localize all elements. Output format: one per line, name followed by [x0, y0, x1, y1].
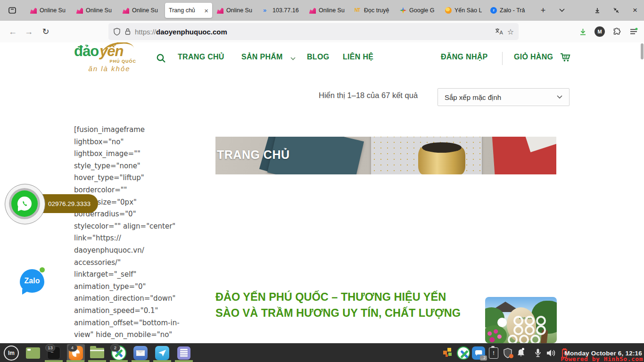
browser-toolbar: ← → ↻ https:// daoyenphuquoc.com A ☆ M — [0, 21, 644, 43]
tab-doc-truyen[interactable]: NT Đọc truyệ — [351, 3, 396, 18]
close-window-icon[interactable]: × — [628, 4, 642, 17]
zalo-button[interactable]: Zalo — [20, 269, 44, 293]
chat-badge: ..2 — [480, 355, 487, 361]
header-divider — [502, 52, 503, 65]
tab-title: Online Su — [86, 7, 112, 14]
url-scheme: https:// — [135, 28, 156, 36]
nav-lien-he[interactable]: LIÊN HỆ — [343, 53, 373, 61]
tab-close-icon[interactable]: × — [204, 7, 208, 14]
sort-selected-value: Sắp xếp mặc định — [445, 93, 501, 101]
running-indicator — [110, 360, 128, 362]
scrollbar-thumb[interactable] — [641, 43, 644, 59]
translate-icon[interactable]: A — [495, 28, 504, 35]
tab-trang-chu-active[interactable]: Trang chủ × — [165, 3, 212, 18]
new-tab-button[interactable]: + — [537, 4, 550, 17]
chart-favicon — [217, 7, 223, 14]
extensions-puzzle-icon[interactable] — [610, 25, 623, 38]
tab-title: Trang chủ — [169, 7, 195, 14]
url-domain: daoyenphuquoc.com — [156, 28, 227, 36]
photo-flowers — [485, 325, 507, 343]
restore-window-icon[interactable] — [609, 4, 623, 17]
profile-initial: M — [594, 26, 605, 37]
back-icon[interactable]: ← — [7, 26, 19, 37]
sort-select[interactable]: Sắp xếp mặc định — [438, 88, 570, 106]
page-heading: ĐẢO YẾN PHÚ QUỐC – THƯƠNG HIỆU YẾN SÀO V… — [215, 289, 472, 321]
sync-badge: 2 — [110, 344, 120, 352]
nav-trang-chu[interactable]: TRANG CHỦ — [178, 53, 224, 61]
mint-menu-button[interactable]: lm — [4, 346, 19, 361]
banner-title: TRANG CHỦ — [217, 148, 290, 162]
call-button-inner — [11, 190, 38, 217]
tab-title: Online Su — [40, 7, 66, 14]
tab-list-dropdown-icon[interactable] — [555, 4, 569, 17]
nav-blog[interactable]: BLOG — [307, 53, 329, 61]
show-desktop-button[interactable] — [25, 346, 41, 361]
cart-icon[interactable] — [560, 53, 571, 62]
store-photo[interactable]: ĐẢO YẾN — [485, 297, 557, 343]
shield-icon — [113, 28, 121, 36]
shortcode-text: [fusion_imageframe lightbox="no" lightbo… — [74, 124, 204, 341]
zalo-favicon: Z — [490, 7, 497, 14]
search-icon[interactable] — [156, 53, 166, 64]
login-link[interactable]: ĐĂNG NHẬP — [441, 53, 488, 61]
svg-text:A: A — [499, 30, 503, 35]
microphone-icon[interactable] — [531, 346, 545, 361]
downloads-icon[interactable] — [576, 25, 589, 38]
tab-ip-address[interactable]: » 103.77.16 — [259, 3, 305, 18]
minimize-icon[interactable] — [590, 4, 604, 17]
chat-tray-icon[interactable]: ..2 — [471, 346, 486, 361]
tab-title: 103.77.16 — [272, 7, 299, 14]
tab-yen-sao[interactable]: Yến Sào L — [441, 3, 487, 18]
nav-san-pham[interactable]: SẢN PHẨM — [241, 53, 283, 61]
tab-google-gemini[interactable]: Google G — [396, 3, 441, 18]
forward-icon[interactable]: → — [23, 26, 35, 37]
banner-cylinder-cap — [422, 142, 462, 153]
update-shield-icon[interactable] — [501, 346, 515, 361]
sync-tray-icon[interactable] — [456, 346, 471, 361]
tab-zalo[interactable]: Z Zalo - Trả — [487, 3, 532, 18]
chart-favicon — [123, 7, 129, 14]
nt-favicon: NT — [355, 7, 361, 14]
volume-icon[interactable] — [544, 346, 558, 361]
address-bar[interactable]: https:// daoyenphuquoc.com A ☆ — [108, 23, 519, 40]
tab-title: Yến Sào L — [454, 7, 482, 14]
taskbar-notes-icon[interactable] — [176, 346, 191, 361]
logo-word-dao: đảo — [74, 43, 99, 59]
running-indicator — [45, 360, 63, 362]
cart-link[interactable]: GIỎ HÀNG — [514, 53, 553, 61]
tab-title: Online Su — [319, 7, 345, 14]
running-indicator — [175, 360, 193, 362]
clipboard-tray-icon[interactable]: ! — [487, 346, 501, 361]
taskbar-telegram-icon[interactable] — [155, 346, 170, 361]
chart-favicon — [76, 7, 83, 14]
reload-icon[interactable]: ↻ — [40, 26, 52, 37]
desktop: Online Su Online Su Online Su Trang chủ … — [0, 0, 644, 362]
page-banner: TRANG CHỦ — [215, 137, 556, 174]
tab-online-su-2[interactable]: Online Su — [73, 3, 118, 18]
taskbar-mail-icon[interactable] — [133, 346, 148, 361]
tab-overview-icon[interactable] — [6, 4, 19, 17]
photo-white-dot — [497, 318, 507, 327]
tab-title: Online Su — [226, 7, 252, 14]
phone-icon — [17, 197, 32, 211]
profile-avatar[interactable]: M — [593, 25, 606, 38]
site-logo[interactable]: đảoyến PHÚ QUỐC ăn là khỏe — [74, 44, 145, 73]
tab-title: Zalo - Trả — [500, 7, 525, 14]
taskbar-folder-icon[interactable] — [90, 346, 105, 361]
tab-online-su-5[interactable]: Online Su — [305, 3, 351, 18]
running-indicator — [153, 360, 171, 362]
menu-hamburger-icon[interactable] — [627, 25, 640, 38]
notification-bell-icon[interactable] — [514, 346, 528, 361]
terminal-badge: 13 — [45, 344, 55, 352]
call-button[interactable] — [5, 184, 45, 224]
tab-online-su-1[interactable]: Online Su — [26, 3, 72, 18]
emblem-favicon — [445, 7, 452, 14]
tab-online-su-3[interactable]: Online Su — [119, 3, 164, 18]
chevrons-favicon: » — [263, 7, 270, 14]
update-alert-dot — [509, 354, 513, 358]
logo-tagline: ăn là khỏe — [74, 65, 145, 73]
bookmark-star-icon[interactable]: ☆ — [507, 27, 514, 36]
tab-online-su-4[interactable]: Online Su — [213, 3, 258, 18]
web-page: đảoyến PHÚ QUỐC ăn là khỏe TRANG CHỦ SẢN… — [0, 42, 644, 343]
updater-tray-icon[interactable] — [441, 346, 455, 361]
